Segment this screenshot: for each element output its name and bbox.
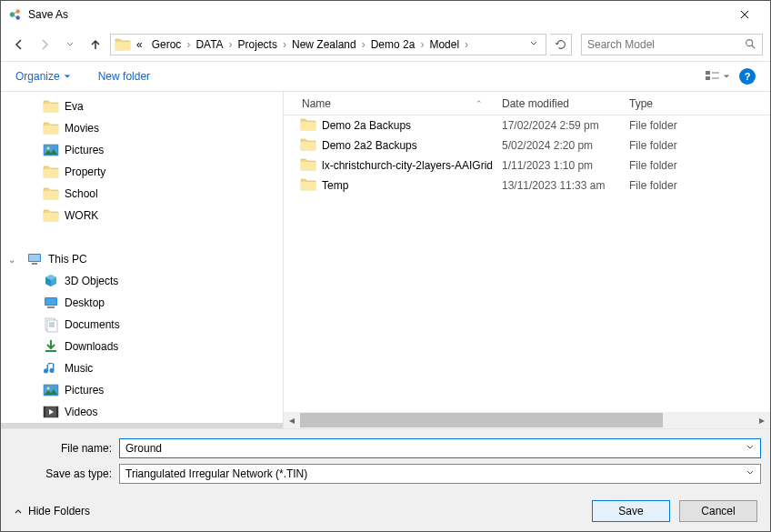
search-input[interactable] (587, 38, 744, 51)
tree-item-label: Pictures (65, 384, 104, 396)
drive-icon (43, 426, 59, 428)
tree-item-label: Music (65, 362, 93, 375)
tree-item-label: This PC (48, 253, 87, 266)
tree-item-documents[interactable]: Documents (1, 314, 283, 336)
tree-item-work[interactable]: WORK (1, 205, 283, 226)
address-bar[interactable]: « Geroc›DATA›Projects›New Zealand›Demo 2… (110, 34, 546, 55)
tree-item-desktop[interactable]: Desktop (1, 292, 283, 314)
savetype-label: Save as type: (10, 467, 119, 480)
tree-item-pictures[interactable]: Pictures (1, 139, 283, 161)
refresh-button[interactable] (550, 34, 572, 55)
recent-dropdown[interactable] (59, 34, 81, 55)
documents-icon (43, 316, 59, 333)
filename-label: File name: (10, 442, 119, 455)
tree-item-videos[interactable]: Videos (1, 401, 283, 423)
expander-icon[interactable]: ⌄ (8, 255, 15, 265)
crumb-overflow[interactable]: « (133, 36, 146, 53)
desktop-icon (43, 295, 59, 311)
svg-rect-27 (706, 71, 710, 75)
scroll-left[interactable]: ◂ (284, 412, 300, 428)
horizontal-scrollbar[interactable]: ◂ ▸ (284, 412, 770, 428)
pc-icon (26, 251, 43, 267)
tree-item-label: Videos (65, 406, 97, 418)
organize-menu[interactable]: Organize (15, 70, 71, 83)
pictures-icon (43, 142, 59, 158)
column-date[interactable]: Date modified (493, 92, 620, 115)
file-name: lx-christchurch-city-2layers-AAIGrid-JPE… (322, 159, 493, 172)
filename-field[interactable] (119, 438, 761, 458)
tree-item-school[interactable]: School (1, 183, 283, 205)
search-box[interactable] (581, 34, 763, 55)
file-date: 13/11/2023 11:33 am (493, 179, 620, 192)
videos-icon (43, 404, 59, 420)
save-button[interactable]: Save (592, 500, 670, 522)
breadcrumb-projects[interactable]: Projects (235, 36, 281, 53)
folder-tree[interactable]: EvaMoviesPicturesPropertySchoolWORK⌄This… (1, 92, 283, 428)
help-button[interactable]: ? (739, 68, 756, 85)
tree-item-property[interactable]: Property (1, 161, 283, 183)
cancel-button[interactable]: Cancel (679, 500, 757, 522)
chevron-right-icon: › (281, 38, 288, 51)
navbar: « Geroc›DATA›Projects›New Zealand›Demo 2… (1, 28, 770, 61)
svg-line-26 (752, 45, 756, 48)
breadcrumb-data[interactable]: DATA (192, 36, 226, 53)
filename-input[interactable] (125, 442, 746, 455)
file-row[interactable]: Temp13/11/2023 11:33 amFile folder (284, 176, 770, 196)
tree-item-label: WORK (65, 209, 98, 222)
file-type: File folder (620, 159, 770, 172)
close-button[interactable] (726, 1, 763, 28)
forward-button[interactable] (34, 34, 55, 55)
tree-item-music[interactable]: Music (1, 357, 283, 379)
back-button[interactable] (8, 34, 30, 55)
breadcrumb-model[interactable]: Model (426, 36, 463, 53)
file-row[interactable]: Demo 2a2 Backups5/02/2024 2:20 pmFile fo… (284, 136, 770, 156)
savetype-field[interactable]: Triangulated Irregular Network (*.TIN) (119, 464, 761, 484)
column-name[interactable]: Name⌃ (284, 92, 493, 115)
tree-item-this-pc[interactable]: ⌄This PC (1, 248, 283, 270)
sort-indicator: ⌃ (476, 99, 483, 108)
downloads-icon (43, 338, 59, 355)
file-rows: Demo 2a Backups17/02/2024 2:59 pmFile fo… (284, 115, 770, 412)
tree-item-pictures[interactable]: Pictures (1, 379, 283, 401)
tree-item-movies[interactable]: Movies (1, 117, 283, 139)
folder-icon (43, 186, 59, 202)
breadcrumb-geroc[interactable]: Geroc (148, 36, 185, 53)
svg-line-24 (14, 15, 16, 17)
folder-icon (300, 116, 316, 136)
file-date: 1/11/2023 1:10 pm (493, 159, 620, 172)
file-type: File folder (620, 119, 770, 132)
up-button[interactable] (85, 34, 106, 55)
tree-item-label: Desktop (65, 296, 105, 309)
chevron-up-icon (14, 507, 23, 516)
tree-item-eva[interactable]: Eva (1, 95, 283, 117)
chevron-right-icon: › (463, 38, 470, 51)
folder-icon (300, 156, 316, 176)
file-name: Demo 2a Backups (322, 119, 411, 132)
tree-spacer (1, 226, 283, 248)
savetype-value: Triangulated Irregular Network (*.TIN) (125, 467, 746, 480)
tree-item-downloads[interactable]: Downloads (1, 336, 283, 357)
new-folder-button[interactable]: New folder (98, 70, 150, 83)
savetype-dropdown[interactable] (746, 467, 755, 480)
tree-item-label: OS (C:) (65, 427, 102, 428)
hide-folders-button[interactable]: Hide Folders (14, 505, 90, 517)
file-row[interactable]: lx-christchurch-city-2layers-AAIGrid-JPE… (284, 156, 770, 176)
tree-item-os-c-[interactable]: OS (C:) (1, 423, 283, 428)
file-row[interactable]: Demo 2a Backups17/02/2024 2:59 pmFile fo… (284, 115, 770, 136)
tree-item-3d-objects[interactable]: 3D Objects (1, 270, 283, 292)
column-type[interactable]: Type (620, 92, 770, 115)
scroll-right[interactable]: ▸ (754, 412, 770, 428)
pictures-icon (43, 382, 59, 398)
tree-item-label: Movies (65, 122, 99, 135)
3d-icon (43, 273, 59, 289)
breadcrumb-new-zealand[interactable]: New Zealand (288, 36, 360, 53)
address-dropdown[interactable] (526, 38, 542, 51)
toolbar: Organize New folder ? (1, 61, 770, 92)
folder-icon (43, 120, 59, 136)
footer: Hide Folders Save Cancel (1, 491, 770, 531)
view-options[interactable] (705, 70, 730, 83)
filename-dropdown[interactable] (746, 442, 755, 455)
file-date: 17/02/2024 2:59 pm (493, 119, 620, 132)
file-date: 5/02/2024 2:20 pm (493, 139, 620, 152)
breadcrumb-demo-2a[interactable]: Demo 2a (367, 36, 419, 53)
